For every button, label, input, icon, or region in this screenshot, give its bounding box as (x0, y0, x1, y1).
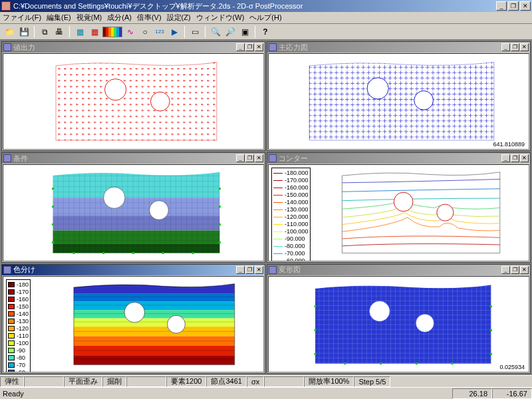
pan-button[interactable]: ▣ (238, 25, 251, 39)
svg-rect-34 (74, 355, 241, 366)
legend-value: -100.000 (285, 228, 309, 235)
legend-swatch (8, 282, 15, 287)
svg-point-38 (416, 314, 434, 332)
frame-icon[interactable]: ▭ (188, 25, 201, 39)
minimize-icon[interactable]: _ (501, 154, 510, 162)
conditions-plot (3, 165, 263, 260)
panel-titlebar[interactable]: 値出力 _ ❐ ✕ (2, 42, 265, 53)
legend-line (273, 231, 283, 232)
legend-value: -90.000 (285, 235, 305, 243)
panel-titlebar[interactable]: 変形図 _ ❐ ✕ (267, 265, 530, 275)
close-icon[interactable]: ✕ (520, 154, 529, 162)
svg-point-47 (416, 362, 418, 365)
deformation-plot (269, 277, 529, 372)
toolbar: 📁 💾 ⧉ 🖶 ▦ ▦ ∿ ○ 123 ▶ ▭ 🔍 🔎 ▣ ? (0, 24, 532, 40)
restore-icon[interactable]: ❐ (245, 266, 254, 274)
panel-canvas[interactable]: -180.000-170.000-160.000-150.000-140.000… (268, 164, 529, 261)
minimize-button[interactable]: _ (496, 1, 507, 11)
panel-canvas[interactable]: -180-170-160-150-140-130-120-110-100-90-… (3, 276, 264, 372)
restore-icon[interactable]: ❐ (511, 154, 519, 162)
svg-point-44 (490, 352, 493, 355)
save-button[interactable]: 💾 (17, 25, 31, 39)
print-button[interactable]: 🖶 (53, 25, 66, 39)
svg-point-45 (344, 362, 346, 365)
mesh-icon[interactable]: ▦ (73, 25, 86, 39)
svg-point-15 (219, 188, 221, 190)
curve-icon[interactable]: ∿ (124, 25, 137, 39)
menu-file[interactable]: ファイル(F) (3, 13, 41, 23)
zoom-in-button[interactable]: 🔍 (209, 25, 222, 39)
panel-titlebar[interactable]: 条件 _ ❐ ✕ (2, 153, 265, 164)
panel-icon (3, 43, 11, 51)
mesh2-icon[interactable]: ▦ (88, 25, 101, 39)
close-icon[interactable]: ✕ (255, 266, 263, 274)
svg-point-2 (150, 92, 170, 111)
svg-point-25 (437, 204, 454, 221)
minimize-icon[interactable]: _ (501, 43, 510, 51)
restore-icon[interactable]: ❐ (245, 154, 254, 162)
panel-titlebar[interactable]: 主応力図 _ ❐ ✕ (267, 42, 530, 53)
legend-value: -70 (17, 362, 25, 369)
colorfill-plot (3, 277, 263, 372)
menu-view[interactable]: 視覚(M) (76, 13, 102, 23)
app-title: C:¥Documents and Settings¥touchi¥デスクトップ¥… (13, 1, 496, 11)
close-icon[interactable]: ✕ (255, 154, 263, 162)
panel-canvas[interactable] (3, 164, 264, 261)
param-empty (126, 376, 166, 387)
minimize-icon[interactable]: _ (236, 266, 245, 274)
help-button[interactable]: ? (259, 25, 272, 39)
minimize-icon[interactable]: _ (501, 266, 510, 274)
zoom-out-button[interactable]: 🔎 (223, 25, 237, 39)
svg-point-23 (192, 252, 194, 255)
status-bar: Ready 26.18 -16.67 (0, 387, 532, 399)
numbers-icon[interactable]: 123 (153, 25, 166, 39)
legend-swatch (8, 304, 15, 309)
panel-titlebar[interactable]: 色分け _ ❐ ✕ (2, 265, 265, 275)
close-button[interactable]: ✕ (520, 1, 531, 11)
separator (184, 26, 185, 38)
output-plot (3, 54, 263, 149)
svg-point-17 (219, 223, 221, 226)
svg-point-14 (52, 241, 55, 244)
parameter-bar: 弾性 平面歪み 掘削 要素1200 節点3461 σx 開放率100% Step… (0, 375, 532, 387)
restore-icon[interactable]: ❐ (245, 43, 254, 51)
play-button[interactable]: ▶ (168, 25, 181, 39)
panel-canvas[interactable] (3, 53, 264, 150)
menu-settings[interactable]: 設定(Z) (167, 13, 191, 23)
legend-value: -160 (17, 296, 29, 303)
panel-conditions: 条件 _ ❐ ✕ (1, 152, 265, 262)
menu-help[interactable]: ヘルプ(H) (249, 13, 281, 23)
minimize-icon[interactable]: _ (236, 154, 245, 162)
circle-icon[interactable]: ○ (138, 25, 152, 39)
restore-icon[interactable]: ❐ (511, 43, 519, 51)
panel-canvas[interactable]: 0.025934 (268, 276, 529, 372)
close-icon[interactable]: ✕ (520, 266, 529, 274)
svg-point-43 (490, 329, 493, 331)
panel-icon (3, 266, 11, 274)
menu-edit[interactable]: 編集(E) (47, 13, 71, 23)
menu-scale[interactable]: 倍率(V) (137, 13, 162, 23)
panel-canvas[interactable]: 641.810889 (268, 53, 529, 150)
panel-icon (269, 43, 277, 51)
close-icon[interactable]: ✕ (520, 43, 529, 51)
close-icon[interactable]: ✕ (255, 43, 263, 51)
legend-value: -180 (17, 281, 29, 289)
colormap-icon[interactable] (102, 27, 122, 37)
panel-titlebar[interactable]: コンター _ ❐ ✕ (267, 153, 530, 164)
copy-button[interactable]: ⧉ (38, 25, 51, 39)
menu-window[interactable]: ウィンドウ(W) (196, 13, 245, 23)
minimize-icon[interactable]: _ (236, 43, 245, 51)
panel-icon (269, 266, 277, 274)
restore-icon[interactable]: ❐ (511, 266, 519, 274)
param-step: Step 5/5 (354, 376, 390, 387)
param-empty (24, 376, 64, 387)
svg-point-40 (314, 329, 317, 331)
maximize-button[interactable]: ❐ (508, 1, 519, 11)
legend-value: -110 (17, 332, 29, 340)
svg-point-11 (52, 188, 55, 190)
open-button[interactable]: 📁 (3, 25, 16, 39)
svg-point-42 (490, 305, 493, 308)
param-strain: 平面歪み (64, 376, 102, 387)
mdi-area: 値出力 _ ❐ ✕ 主応 (0, 40, 532, 375)
menu-component[interactable]: 成分(A) (107, 13, 132, 23)
